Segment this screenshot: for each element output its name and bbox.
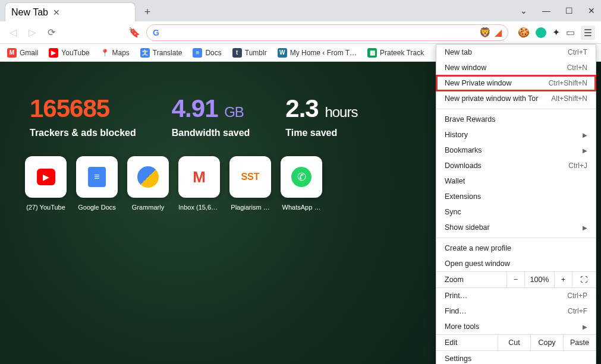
bookmark-tumblr[interactable]: t Tumblr bbox=[232, 48, 267, 58]
bookmark-label: Translate bbox=[153, 49, 182, 57]
bookmark-label: My Home ‹ From T… bbox=[290, 49, 357, 57]
stat-bandwidth: 4.91 GB Bandwidth saved bbox=[172, 94, 250, 138]
new-tab-button[interactable]: + bbox=[139, 4, 156, 20]
tile-label: WhatsApp … bbox=[281, 204, 322, 211]
extension-icons: 🍪 ✦ ▭ bbox=[518, 26, 595, 40]
zoom-label: Zoom bbox=[436, 272, 506, 287]
menu-guest-window[interactable]: Open guest window bbox=[436, 256, 596, 271]
back-button[interactable]: ◁ bbox=[6, 26, 20, 40]
chevron-right-icon: ▶ bbox=[583, 224, 587, 231]
tile-whatsapp[interactable]: ✆ WhatsApp … bbox=[281, 156, 322, 211]
whatsapp-icon: ✆ bbox=[291, 167, 311, 187]
tile-label: (27) YouTube bbox=[25, 204, 67, 211]
close-window-button[interactable]: ✕ bbox=[586, 6, 597, 15]
wordpress-icon: W bbox=[278, 48, 287, 58]
menu-show-sidebar[interactable]: Show sidebar▶ bbox=[436, 220, 596, 235]
bookmark-label: Tumblr bbox=[245, 49, 267, 57]
zoom-value: 100% bbox=[524, 272, 554, 287]
tile-youtube[interactable]: ▶ (27) YouTube bbox=[25, 156, 67, 211]
sst-icon: SST bbox=[241, 172, 259, 182]
menu-find[interactable]: Find…Ctrl+F bbox=[436, 303, 596, 319]
menu-more-tools[interactable]: More tools▶ bbox=[436, 319, 596, 334]
bookmark-translate[interactable]: 文 Translate bbox=[140, 48, 182, 58]
extensions-puzzle-icon[interactable]: ✦ bbox=[552, 27, 560, 38]
menu-print[interactable]: Print…Ctrl+P bbox=[436, 288, 596, 303]
menu-new-tor-window[interactable]: New private window with TorAlt+Shift+N bbox=[436, 91, 596, 106]
bookmark-docs[interactable]: ≡ Docs bbox=[193, 48, 221, 58]
gmail-icon: M bbox=[7, 48, 17, 58]
maximize-button[interactable]: ☐ bbox=[563, 6, 575, 15]
url-input[interactable] bbox=[164, 28, 474, 37]
main-menu-dropdown: New tabCtrl+T New windowCtrl+N New Priva… bbox=[436, 44, 596, 364]
bookmark-label: Gmail bbox=[20, 49, 38, 57]
tile-docs[interactable]: ≡ Google Docs bbox=[76, 156, 118, 211]
stat-value: 4.91 GB bbox=[172, 94, 250, 123]
google-icon: G bbox=[153, 28, 159, 37]
bookmark-label: Docs bbox=[205, 49, 221, 57]
menu-history[interactable]: History▶ bbox=[436, 127, 596, 143]
tile-grammarly[interactable]: Grammarly bbox=[127, 156, 169, 211]
main-menu-button[interactable] bbox=[581, 26, 595, 40]
toolbar: ◁ ▷ ⟳ 🔖 G 🦁 ◢ 🍪 ✦ ▭ bbox=[0, 21, 601, 44]
grammarly-ext-icon[interactable] bbox=[536, 27, 546, 38]
titlebar: New Tab ✕ + ⌄ — ☐ ✕ bbox=[0, 0, 601, 21]
bookmark-page-icon[interactable]: 🔖 bbox=[127, 26, 141, 40]
url-bar[interactable]: G 🦁 ◢ bbox=[146, 24, 508, 41]
menu-new-window[interactable]: New windowCtrl+N bbox=[436, 60, 596, 75]
menu-bookmarks[interactable]: Bookmarks▶ bbox=[436, 143, 596, 158]
menu-wallet[interactable]: Wallet bbox=[436, 173, 596, 189]
menu-extensions[interactable]: Extensions bbox=[436, 189, 596, 204]
edit-label: Edit bbox=[436, 335, 498, 350]
tile-gmail[interactable]: M Inbox (15,666) bbox=[178, 156, 220, 211]
tile-label: Inbox (15,666) bbox=[178, 204, 220, 211]
menu-settings[interactable]: Settings bbox=[436, 351, 596, 364]
cookie-ext-icon[interactable]: 🍪 bbox=[518, 27, 530, 38]
menu-new-tab[interactable]: New tabCtrl+T bbox=[436, 45, 596, 60]
minimize-button[interactable]: — bbox=[540, 6, 552, 15]
grammarly-icon bbox=[137, 166, 159, 188]
forward-button[interactable]: ▷ bbox=[25, 26, 39, 40]
menu-zoom-row: Zoom − 100% + ⛶ bbox=[436, 271, 596, 288]
browser-tab[interactable]: New Tab ✕ bbox=[5, 2, 136, 21]
zoom-out-button[interactable]: − bbox=[506, 272, 524, 287]
close-tab-icon[interactable]: ✕ bbox=[53, 8, 60, 17]
reload-button[interactable]: ⟳ bbox=[44, 26, 58, 40]
bookmark-label: Prateek Track bbox=[380, 49, 424, 57]
fullscreen-button[interactable]: ⛶ bbox=[572, 272, 596, 287]
bookmark-sheets[interactable]: ▦ Prateek Track bbox=[367, 48, 424, 58]
brave-shield-icon[interactable]: 🦁 bbox=[479, 27, 491, 38]
chevron-right-icon: ▶ bbox=[583, 147, 587, 154]
stat-trackers: 165685 Trackers & ads blocked bbox=[30, 94, 136, 138]
menu-brave-rewards[interactable]: Brave Rewards bbox=[436, 112, 596, 127]
docs-icon: ≡ bbox=[88, 167, 105, 187]
stat-label: Bandwidth saved bbox=[172, 128, 250, 138]
cut-button[interactable]: Cut bbox=[498, 335, 530, 350]
tile-label: Grammarly bbox=[127, 204, 169, 211]
tile-plagiarism[interactable]: SST Plagiarism … bbox=[229, 156, 271, 211]
menu-new-private-window[interactable]: New Private windowCtrl+Shift+N bbox=[436, 75, 596, 91]
chevron-right-icon: ▶ bbox=[583, 132, 587, 138]
stat-label: Time saved bbox=[285, 128, 357, 138]
tile-label: Plagiarism … bbox=[229, 204, 271, 211]
menu-downloads[interactable]: DownloadsCtrl+J bbox=[436, 158, 596, 173]
stat-value: 2.3 hours bbox=[285, 94, 357, 123]
brave-logo-icon[interactable]: ◢ bbox=[495, 27, 502, 38]
youtube-icon: ▶ bbox=[49, 48, 58, 58]
zoom-in-button[interactable]: + bbox=[554, 272, 572, 287]
docs-icon: ≡ bbox=[193, 48, 202, 58]
copy-button[interactable]: Copy bbox=[530, 335, 563, 350]
stat-value: 165685 bbox=[30, 94, 136, 123]
bookmark-label: YouTube bbox=[61, 49, 89, 57]
paste-button[interactable]: Paste bbox=[563, 335, 596, 350]
bookmark-youtube[interactable]: ▶ YouTube bbox=[49, 48, 89, 58]
chevron-down-icon[interactable]: ⌄ bbox=[518, 6, 530, 15]
wallet-icon[interactable]: ▭ bbox=[566, 27, 575, 38]
menu-sync[interactable]: Sync bbox=[436, 204, 596, 220]
bookmark-wordpress[interactable]: W My Home ‹ From T… bbox=[278, 48, 357, 58]
bookmark-gmail[interactable]: M Gmail bbox=[7, 48, 38, 58]
stat-label: Trackers & ads blocked bbox=[30, 128, 136, 138]
menu-create-profile[interactable]: Create a new profile bbox=[436, 240, 596, 256]
maps-icon: 📍 bbox=[100, 49, 109, 57]
menu-edit-row: Edit Cut Copy Paste bbox=[436, 334, 596, 351]
bookmark-maps[interactable]: 📍 Maps bbox=[100, 49, 130, 57]
